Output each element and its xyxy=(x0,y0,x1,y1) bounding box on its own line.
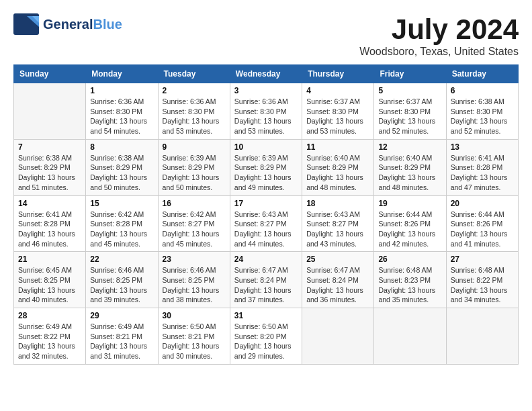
day-info: Sunrise: 6:36 AM Sunset: 8:30 PM Dayligh… xyxy=(234,97,298,136)
calendar-cell: 11Sunrise: 6:40 AM Sunset: 8:29 PM Dayli… xyxy=(302,139,374,195)
day-info: Sunrise: 6:38 AM Sunset: 8:30 PM Dayligh… xyxy=(451,97,514,136)
day-number: 1 xyxy=(90,86,153,95)
day-info: Sunrise: 6:49 AM Sunset: 8:21 PM Dayligh… xyxy=(90,322,153,361)
logo-blue-text: Blue xyxy=(93,17,122,32)
header-monday: Monday xyxy=(86,65,158,83)
calendar-cell: 16Sunrise: 6:42 AM Sunset: 8:27 PM Dayli… xyxy=(158,195,230,252)
day-number: 17 xyxy=(234,199,298,208)
day-info: Sunrise: 6:44 AM Sunset: 8:26 PM Dayligh… xyxy=(378,210,441,249)
calendar-cell: 26Sunrise: 6:48 AM Sunset: 8:23 PM Dayli… xyxy=(374,252,446,308)
calendar-cell: 10Sunrise: 6:39 AM Sunset: 8:29 PM Dayli… xyxy=(230,139,302,195)
month-title: July 2024 xyxy=(359,13,519,46)
header-saturday: Saturday xyxy=(446,65,518,83)
day-number: 29 xyxy=(90,311,153,320)
day-info: Sunrise: 6:48 AM Sunset: 8:22 PM Dayligh… xyxy=(451,265,514,305)
calendar-cell: 25Sunrise: 6:47 AM Sunset: 8:24 PM Dayli… xyxy=(302,252,374,308)
calendar-week-row-3: 14Sunrise: 6:41 AM Sunset: 8:28 PM Dayli… xyxy=(14,195,519,252)
logo-general-text: General xyxy=(43,17,93,32)
calendar-cell: 15Sunrise: 6:42 AM Sunset: 8:28 PM Dayli… xyxy=(86,195,158,252)
day-number: 28 xyxy=(18,311,81,320)
day-number: 23 xyxy=(163,255,226,264)
day-info: Sunrise: 6:43 AM Sunset: 8:27 PM Dayligh… xyxy=(234,210,298,249)
day-info: Sunrise: 6:46 AM Sunset: 8:25 PM Dayligh… xyxy=(90,265,153,305)
header: GeneralBlue July 2024 Woodsboro, Texas, … xyxy=(13,13,519,58)
header-friday: Friday xyxy=(374,65,446,83)
day-info: Sunrise: 6:50 AM Sunset: 8:21 PM Dayligh… xyxy=(163,322,226,361)
day-number: 22 xyxy=(90,255,153,264)
location-title: Woodsboro, Texas, United States xyxy=(359,46,519,58)
calendar-cell: 2Sunrise: 6:36 AM Sunset: 8:30 PM Daylig… xyxy=(158,83,230,140)
day-number: 6 xyxy=(451,86,514,95)
day-number: 18 xyxy=(306,199,369,208)
calendar-cell: 29Sunrise: 6:49 AM Sunset: 8:21 PM Dayli… xyxy=(86,308,158,365)
day-info: Sunrise: 6:36 AM Sunset: 8:30 PM Dayligh… xyxy=(163,97,226,136)
calendar-cell: 4Sunrise: 6:37 AM Sunset: 8:30 PM Daylig… xyxy=(302,83,374,140)
day-info: Sunrise: 6:49 AM Sunset: 8:22 PM Dayligh… xyxy=(18,322,81,361)
day-number: 30 xyxy=(163,311,226,320)
calendar-cell: 13Sunrise: 6:41 AM Sunset: 8:28 PM Dayli… xyxy=(446,139,518,195)
day-info: Sunrise: 6:45 AM Sunset: 8:25 PM Dayligh… xyxy=(18,265,81,305)
calendar-cell: 27Sunrise: 6:48 AM Sunset: 8:22 PM Dayli… xyxy=(446,252,518,308)
calendar-cell: 31Sunrise: 6:50 AM Sunset: 8:20 PM Dayli… xyxy=(230,308,302,365)
day-info: Sunrise: 6:41 AM Sunset: 8:28 PM Dayligh… xyxy=(451,153,514,193)
header-tuesday: Tuesday xyxy=(158,65,230,83)
day-info: Sunrise: 6:44 AM Sunset: 8:26 PM Dayligh… xyxy=(451,210,514,249)
day-info: Sunrise: 6:37 AM Sunset: 8:30 PM Dayligh… xyxy=(378,97,441,136)
day-info: Sunrise: 6:42 AM Sunset: 8:28 PM Dayligh… xyxy=(90,210,153,249)
calendar-cell: 14Sunrise: 6:41 AM Sunset: 8:28 PM Dayli… xyxy=(14,195,86,252)
day-info: Sunrise: 6:47 AM Sunset: 8:24 PM Dayligh… xyxy=(234,265,298,305)
day-number: 15 xyxy=(90,199,153,208)
day-info: Sunrise: 6:47 AM Sunset: 8:24 PM Dayligh… xyxy=(306,265,369,305)
day-number: 7 xyxy=(18,142,81,152)
day-number: 10 xyxy=(234,142,298,152)
day-number: 19 xyxy=(378,199,441,208)
day-number: 2 xyxy=(163,86,226,95)
day-info: Sunrise: 6:40 AM Sunset: 8:29 PM Dayligh… xyxy=(378,153,441,193)
day-info: Sunrise: 6:50 AM Sunset: 8:20 PM Dayligh… xyxy=(234,322,298,361)
day-number: 31 xyxy=(234,311,298,320)
day-number: 12 xyxy=(378,142,441,152)
day-number: 9 xyxy=(163,142,226,152)
day-number: 13 xyxy=(451,142,514,152)
day-info: Sunrise: 6:43 AM Sunset: 8:27 PM Dayligh… xyxy=(306,210,369,249)
calendar-table: Sunday Monday Tuesday Wednesday Thursday… xyxy=(13,64,519,365)
day-info: Sunrise: 6:42 AM Sunset: 8:27 PM Dayligh… xyxy=(163,210,226,249)
day-number: 14 xyxy=(18,199,81,208)
calendar-cell: 8Sunrise: 6:38 AM Sunset: 8:29 PM Daylig… xyxy=(86,139,158,195)
day-info: Sunrise: 6:41 AM Sunset: 8:28 PM Dayligh… xyxy=(18,210,81,249)
title-section: July 2024 Woodsboro, Texas, United State… xyxy=(359,13,519,58)
day-info: Sunrise: 6:38 AM Sunset: 8:29 PM Dayligh… xyxy=(18,153,81,193)
day-info: Sunrise: 6:40 AM Sunset: 8:29 PM Dayligh… xyxy=(306,153,369,193)
calendar-cell: 22Sunrise: 6:46 AM Sunset: 8:25 PM Dayli… xyxy=(86,252,158,308)
calendar-cell: 6Sunrise: 6:38 AM Sunset: 8:30 PM Daylig… xyxy=(446,83,518,140)
calendar-cell: 12Sunrise: 6:40 AM Sunset: 8:29 PM Dayli… xyxy=(374,139,446,195)
calendar-cell: 24Sunrise: 6:47 AM Sunset: 8:24 PM Dayli… xyxy=(230,252,302,308)
logo: GeneralBlue xyxy=(13,13,122,35)
calendar-cell: 7Sunrise: 6:38 AM Sunset: 8:29 PM Daylig… xyxy=(14,139,86,195)
header-sunday: Sunday xyxy=(14,65,86,83)
day-info: Sunrise: 6:46 AM Sunset: 8:25 PM Dayligh… xyxy=(163,265,226,305)
calendar-cell: 18Sunrise: 6:43 AM Sunset: 8:27 PM Dayli… xyxy=(302,195,374,252)
calendar-cell xyxy=(446,308,518,365)
day-info: Sunrise: 6:38 AM Sunset: 8:29 PM Dayligh… xyxy=(90,153,153,193)
calendar-cell xyxy=(302,308,374,365)
day-number: 3 xyxy=(234,86,298,95)
header-thursday: Thursday xyxy=(302,65,374,83)
day-number: 21 xyxy=(18,255,81,264)
calendar-cell: 3Sunrise: 6:36 AM Sunset: 8:30 PM Daylig… xyxy=(230,83,302,140)
day-number: 8 xyxy=(90,142,153,152)
calendar-cell xyxy=(14,83,86,140)
day-info: Sunrise: 6:39 AM Sunset: 8:29 PM Dayligh… xyxy=(163,153,226,193)
calendar-header-row: Sunday Monday Tuesday Wednesday Thursday… xyxy=(14,65,519,83)
day-number: 26 xyxy=(378,255,441,264)
calendar-cell: 19Sunrise: 6:44 AM Sunset: 8:26 PM Dayli… xyxy=(374,195,446,252)
day-info: Sunrise: 6:39 AM Sunset: 8:29 PM Dayligh… xyxy=(234,153,298,193)
calendar-cell: 21Sunrise: 6:45 AM Sunset: 8:25 PM Dayli… xyxy=(14,252,86,308)
calendar-week-row-5: 28Sunrise: 6:49 AM Sunset: 8:22 PM Dayli… xyxy=(14,308,519,365)
header-wednesday: Wednesday xyxy=(230,65,302,83)
day-number: 5 xyxy=(378,86,441,95)
day-number: 20 xyxy=(451,199,514,208)
calendar-cell xyxy=(374,308,446,365)
day-info: Sunrise: 6:37 AM Sunset: 8:30 PM Dayligh… xyxy=(306,97,369,136)
calendar-week-row-2: 7Sunrise: 6:38 AM Sunset: 8:29 PM Daylig… xyxy=(14,139,519,195)
